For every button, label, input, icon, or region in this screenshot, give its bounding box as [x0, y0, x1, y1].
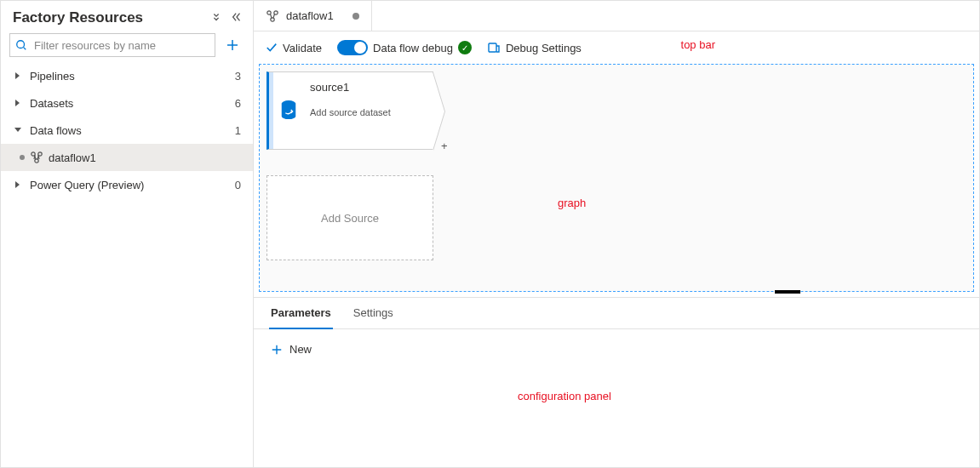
expand-all-icon[interactable] [210, 11, 222, 26]
app-root: Factory Resources Pipelines [0, 0, 980, 468]
tree-count: 1 [235, 124, 241, 137]
config-tab-settings[interactable]: Settings [352, 306, 395, 328]
tree-label: Pipelines [30, 70, 235, 83]
tree-item-powerquery[interactable]: Power Query (Preview) 0 [1, 171, 253, 198]
source-node-title: source1 [310, 81, 426, 94]
config-body: New [254, 329, 979, 372]
check-icon [266, 42, 278, 54]
source-node[interactable]: source1 Add source dataset [266, 71, 433, 150]
svg-point-6 [271, 17, 274, 20]
collapse-panel-icon[interactable] [231, 11, 243, 26]
tree-count: 0 [235, 179, 241, 191]
add-source-label: Add Source [321, 212, 379, 225]
tree-count: 6 [235, 97, 241, 110]
dataflow-icon [266, 9, 279, 23]
caret-right-icon [13, 181, 23, 188]
search-input[interactable] [32, 38, 209, 53]
tab-dataflow1[interactable]: dataflow1 [254, 1, 372, 31]
plus-icon [271, 344, 283, 356]
tab-label: dataflow1 [286, 9, 334, 22]
resource-tree: Pipelines 3 Datasets 6 Data flows 1 data… [1, 62, 253, 467]
annotation-graph: graph [558, 197, 586, 209]
search-box[interactable] [9, 33, 215, 57]
source-node-subtitle: Add source dataset [310, 107, 426, 117]
add-source-box[interactable]: Add Source [266, 175, 433, 260]
debug-label: Data flow debug [373, 42, 453, 54]
debug-toggle-group: Data flow debug ✓ [337, 40, 472, 55]
sidebar-title: Factory Resources [13, 9, 143, 26]
annotation-top-bar: top bar [681, 38, 715, 51]
source-node-body: source1 Add source dataset [303, 72, 433, 149]
search-icon [15, 39, 27, 51]
tree-item-dataflow1[interactable]: dataflow1 [1, 144, 253, 171]
graph-canvas[interactable]: source1 Add source dataset + Add Source … [259, 64, 974, 292]
sidebar-header: Factory Resources [1, 1, 253, 33]
tree-item-pipelines[interactable]: Pipelines 3 [1, 62, 253, 89]
search-row [1, 33, 253, 62]
svg-point-0 [17, 41, 25, 49]
new-label: New [289, 343, 312, 356]
annotation-config-panel: configuration panel [518, 390, 611, 402]
validate-button[interactable]: Validate [266, 42, 322, 54]
database-icon [279, 100, 298, 122]
debug-settings-label: Debug Settings [506, 42, 582, 54]
tree-label: Power Query (Preview) [30, 179, 235, 191]
debug-toggle[interactable] [337, 40, 368, 55]
caret-down-icon [13, 127, 23, 134]
action-bar: Validate Data flow debug ✓ Debug Setting… [254, 31, 979, 64]
source-node-icon-col [269, 72, 303, 149]
tree-label: Data flows [30, 124, 235, 137]
svg-point-3 [35, 159, 38, 163]
main-area: dataflow1 Validate Data flow debug ✓ Deb… [254, 1, 979, 467]
sidebar: Factory Resources Pipelines [1, 1, 254, 467]
validate-label: Validate [283, 42, 322, 54]
caret-right-icon [13, 100, 23, 106]
dirty-dot-icon [352, 13, 359, 20]
splitter-handle-icon [775, 290, 800, 294]
dirty-dot-icon [20, 155, 25, 160]
svg-rect-7 [489, 43, 496, 52]
config-panel: Parameters Settings New configuration pa… [254, 297, 979, 467]
add-resource-button[interactable] [221, 33, 244, 57]
tree-label: Datasets [30, 97, 235, 110]
new-parameter-button[interactable]: New [271, 343, 312, 356]
dataflow-icon [30, 151, 43, 164]
config-tabs: Parameters Settings [254, 298, 979, 329]
tree-item-datasets[interactable]: Datasets 6 [1, 89, 253, 117]
tree-count: 3 [235, 70, 241, 83]
caret-right-icon [13, 72, 23, 79]
status-ok-icon: ✓ [458, 41, 472, 54]
config-tab-parameters[interactable]: Parameters [269, 306, 333, 329]
add-transform-button[interactable]: + [441, 140, 448, 152]
debug-settings-button[interactable]: Debug Settings [487, 41, 582, 54]
tree-item-dataflows[interactable]: Data flows 1 [1, 117, 253, 144]
tree-child-label: dataflow1 [49, 151, 96, 164]
tab-bar: dataflow1 [254, 1, 979, 31]
debug-settings-icon [487, 41, 501, 54]
